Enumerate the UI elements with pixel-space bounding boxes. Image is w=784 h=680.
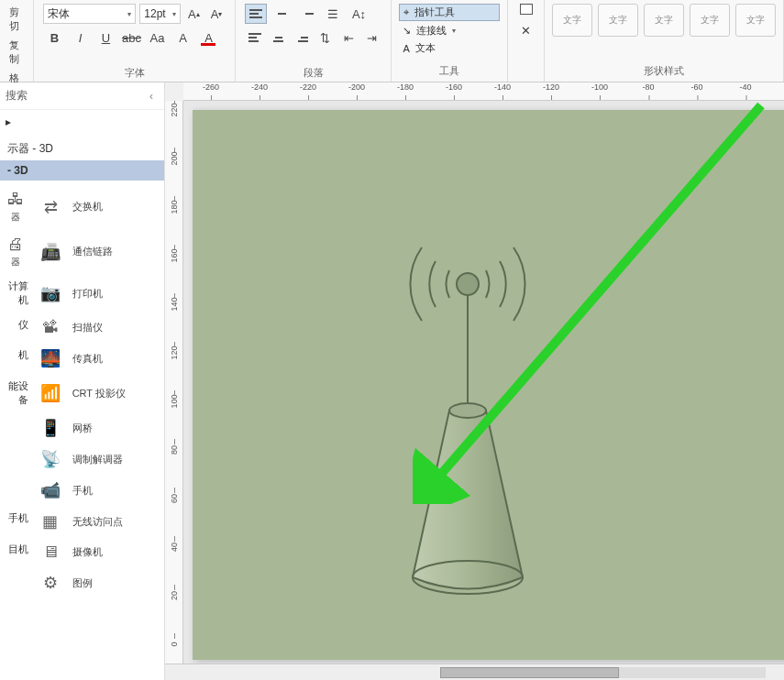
text-tool-label: 文本 <box>415 41 436 55</box>
text-direction-button[interactable]: A↕ <box>348 4 370 24</box>
text-icon: A <box>403 43 409 54</box>
align-top-left-button[interactable] <box>245 4 267 24</box>
main-area: 搜索 ‹ ▸ 示器 - 3D- 3D 🖧器⇄交换机🖨器📠通信链路计算机📷打印机仪… <box>0 82 784 680</box>
stencil-category[interactable]: 示器 - 3D <box>0 137 164 160</box>
ruler-tick: 160 <box>170 248 179 263</box>
style-swatch[interactable]: 文字 <box>690 4 730 37</box>
horizontal-scrollbar[interactable] <box>165 664 784 680</box>
horizontal-ruler: -260-240-220-200-180-160-140-120-100-80-… <box>183 82 784 101</box>
line-spacing-button[interactable]: ⇅ <box>315 27 336 48</box>
paragraph-group: ☰ A↕ ⇅ ⇤ ⇥ 段落 <box>236 0 392 82</box>
bullets-button[interactable]: ☰ <box>322 4 344 24</box>
svg-point-0 <box>457 273 479 295</box>
shape-item[interactable]: 📡调制解调器 <box>30 444 164 475</box>
shape-item-label-left <box>0 475 30 506</box>
stencil-category[interactable]: - 3D <box>0 160 164 181</box>
font-family-select[interactable]: 宋体 ▾ <box>43 4 136 24</box>
shape-item-label: 图例 <box>72 576 93 590</box>
shape-item[interactable]: 🖧器 <box>0 184 30 229</box>
bold-button[interactable]: B <box>43 27 65 48</box>
device-icon: 📱 <box>38 418 63 438</box>
ruler-tick: 180 <box>170 200 179 214</box>
align-top-center-button[interactable] <box>271 4 293 24</box>
font-size-select[interactable]: 12pt ▾ <box>139 4 181 24</box>
ruler-tick: 80 <box>170 443 179 457</box>
device-icon: ⚙ <box>38 573 63 593</box>
shape-item-label: 交换机 <box>72 200 103 214</box>
stencil-nav-icon[interactable]: ▸ <box>0 110 164 134</box>
style-swatch[interactable]: 文字 <box>644 4 684 37</box>
decrease-indent-button[interactable]: ⇤ <box>338 27 359 48</box>
ruler-tick: -260 <box>203 82 219 92</box>
collapse-panel-button[interactable]: ‹ <box>144 90 159 103</box>
shape-item[interactable]: 🌉传真机 <box>30 343 164 374</box>
device-icon: 📽 <box>38 318 63 337</box>
scrollbar-thumb[interactable] <box>440 667 619 678</box>
tools-group: ⌖ 指针工具 ↘ 连接线 ▾ A 文本 工具 <box>392 0 508 82</box>
font-group-label: 字体 <box>43 64 226 80</box>
shape-item[interactable]: 🖨器 <box>0 229 30 274</box>
chevron-down-icon: ▾ <box>127 10 131 18</box>
close-icon[interactable]: ✕ <box>515 20 537 40</box>
chevron-down-icon: ▾ <box>172 10 176 18</box>
shape-item-label-left: 机 <box>0 343 30 374</box>
shape-item-label: 器 <box>11 256 20 269</box>
shape-item[interactable]: ⚙图例 <box>30 567 164 598</box>
ruler-tick: 0 <box>170 637 179 652</box>
shape-fill-button[interactable] <box>520 4 533 15</box>
italic-button[interactable]: I <box>69 27 91 48</box>
style-swatch[interactable]: 文字 <box>598 4 638 37</box>
pointer-tool-button[interactable]: ⌖ 指针工具 <box>399 4 500 21</box>
align-right-button[interactable] <box>292 27 312 48</box>
vertical-ruler: 220200180160140120100806040200 <box>165 101 183 664</box>
shape-list: 🖧器⇄交换机🖨器📠通信链路计算机📷打印机仪📽扫描仪机🌉传真机能设备📶CRT 投影… <box>0 184 164 680</box>
align-center-button[interactable] <box>269 27 289 48</box>
shape-item[interactable]: ⇄交换机 <box>30 184 164 229</box>
drawing-page[interactable] <box>193 110 784 660</box>
text-tool-button[interactable]: A 文本 <box>399 40 500 56</box>
decrease-font-button[interactable]: A▾ <box>207 4 226 24</box>
style-swatch[interactable]: 文字 <box>735 4 776 37</box>
shape-item-label-left: 手机 <box>0 506 30 537</box>
device-icon: 🌉 <box>38 348 63 368</box>
connector-tool-label: 连接线 <box>416 24 447 38</box>
device-icon: 📡 <box>38 449 63 469</box>
cursor-icon: ⌖ <box>403 6 409 18</box>
copy-button[interactable]: 复制 <box>9 37 24 68</box>
shape-item[interactable]: 📷打印机 <box>30 274 164 313</box>
ruler-tick: -80 <box>642 82 654 92</box>
shape-item[interactable]: ▦无线访问点 <box>30 506 164 537</box>
strikethrough-button[interactable]: abc <box>120 27 142 48</box>
shape-item[interactable]: 🖥摄像机 <box>30 537 164 567</box>
shape-item-label: 网桥 <box>72 422 93 435</box>
shape-item[interactable]: 📱网桥 <box>30 412 164 444</box>
shape-item-label: 无线访问点 <box>72 515 123 529</box>
increase-font-button[interactable]: A▴ <box>184 4 204 24</box>
align-left-button[interactable] <box>245 27 265 48</box>
font-color-button[interactable]: A <box>197 27 219 48</box>
wireless-access-point-shape[interactable] <box>330 192 624 632</box>
shape-item[interactable]: 📹手机 <box>30 475 164 506</box>
shape-item-label: 调制解调器 <box>72 453 123 466</box>
drawing-canvas[interactable] <box>183 101 784 664</box>
increase-indent-button[interactable]: ⇥ <box>362 27 382 48</box>
style-swatch[interactable]: 文字 <box>552 4 592 37</box>
shape-styles-group: 文字文字文字文字文字 形状样式 <box>545 0 784 82</box>
ruler-tick: -220 <box>300 82 316 92</box>
shape-item[interactable]: 📠通信链路 <box>30 229 164 274</box>
connector-tool-button[interactable]: ↘ 连接线 ▾ <box>399 23 500 38</box>
highlight-button[interactable]: A <box>171 27 193 48</box>
shape-item[interactable]: 📶CRT 投影仪 <box>30 374 164 412</box>
ruler-tick: -120 <box>543 82 559 92</box>
shape-item[interactable]: 📽扫描仪 <box>30 313 164 343</box>
change-case-button[interactable]: Aa <box>146 27 168 48</box>
tools-group-label: 工具 <box>399 62 500 78</box>
align-top-right-button[interactable] <box>296 4 318 24</box>
ruler-tick: 40 <box>170 540 179 554</box>
ruler-tick: -180 <box>397 82 414 92</box>
ruler-tick: -40 <box>739 82 751 92</box>
device-icon: 📹 <box>38 480 63 500</box>
font-size-value: 12pt <box>144 7 165 20</box>
cut-button[interactable]: 剪切 <box>9 4 24 35</box>
underline-button[interactable]: U <box>94 27 116 48</box>
